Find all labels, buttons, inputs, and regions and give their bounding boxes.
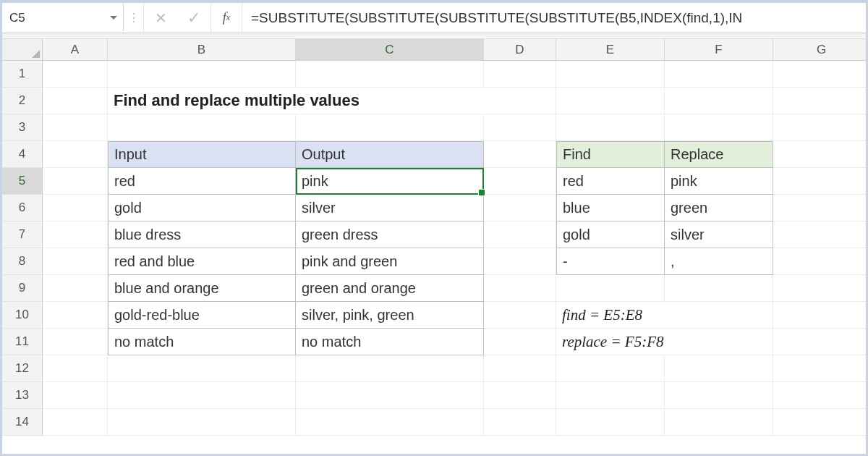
table-cell[interactable]: gold-red-blue <box>108 302 296 329</box>
col-header-g[interactable]: G <box>773 39 868 60</box>
cell[interactable] <box>484 114 556 141</box>
page-title[interactable]: Find and replace multiple values <box>108 88 556 114</box>
cell[interactable] <box>556 275 665 302</box>
cell[interactable] <box>665 61 773 88</box>
cell[interactable] <box>773 141 868 168</box>
select-all-corner[interactable] <box>2 39 43 60</box>
cell[interactable] <box>773 329 868 355</box>
cell[interactable] <box>43 329 108 355</box>
table-cell[interactable]: silver <box>665 221 773 248</box>
table-cell[interactable]: blue dress <box>108 221 296 248</box>
cell[interactable] <box>43 141 108 168</box>
cell[interactable] <box>556 355 665 382</box>
col-header-c[interactable]: C <box>296 39 484 60</box>
cell[interactable] <box>484 195 556 221</box>
table-cell[interactable]: green dress <box>296 221 484 248</box>
col-header-f[interactable]: F <box>665 39 773 60</box>
cell[interactable] <box>773 275 868 302</box>
row-header[interactable]: 1 <box>2 61 43 88</box>
table-cell[interactable]: red <box>108 168 296 195</box>
cell[interactable] <box>665 409 773 436</box>
cell[interactable] <box>556 409 665 436</box>
table-cell[interactable]: gold <box>556 221 665 248</box>
cell[interactable] <box>108 61 296 88</box>
cell[interactable] <box>556 114 665 141</box>
col-header-d[interactable]: D <box>484 39 556 60</box>
cell[interactable] <box>773 61 868 88</box>
cell[interactable] <box>484 302 556 329</box>
cell[interactable] <box>43 168 108 195</box>
cell[interactable] <box>665 88 773 114</box>
row-header[interactable]: 7 <box>2 221 43 248</box>
cell[interactable] <box>108 114 296 141</box>
table-cell[interactable]: gold <box>108 195 296 221</box>
cell[interactable] <box>556 61 665 88</box>
cell[interactable] <box>773 302 868 329</box>
table-cell[interactable]: pink <box>296 168 484 195</box>
cell[interactable] <box>296 61 484 88</box>
row-header[interactable]: 12 <box>2 355 43 382</box>
table-cell[interactable]: pink and green <box>296 248 484 275</box>
table-cell[interactable]: silver <box>296 195 484 221</box>
cell[interactable] <box>43 302 108 329</box>
cell[interactable] <box>773 168 868 195</box>
cell[interactable] <box>484 355 556 382</box>
row-header[interactable]: 13 <box>2 382 43 409</box>
row-header[interactable]: 10 <box>2 302 43 329</box>
cell[interactable] <box>484 168 556 195</box>
name-box[interactable]: C5 <box>2 3 124 33</box>
col-header-b[interactable]: B <box>108 39 296 60</box>
cell[interactable] <box>484 221 556 248</box>
cell[interactable] <box>773 221 868 248</box>
cell[interactable] <box>43 275 108 302</box>
cell[interactable] <box>773 88 868 114</box>
row-header[interactable]: 4 <box>2 141 43 168</box>
cell[interactable] <box>773 409 868 436</box>
cell[interactable] <box>43 88 108 114</box>
fx-icon[interactable]: fx <box>210 3 242 33</box>
cancel-icon[interactable]: ✕ <box>144 3 177 33</box>
cell[interactable] <box>484 382 556 409</box>
cell[interactable] <box>665 382 773 409</box>
cell[interactable] <box>43 409 108 436</box>
row-header[interactable]: 14 <box>2 409 43 436</box>
cell[interactable] <box>43 195 108 221</box>
table-header[interactable]: Input <box>108 141 296 168</box>
table-header[interactable]: Replace <box>665 141 773 168</box>
row-header[interactable]: 9 <box>2 275 43 302</box>
cell[interactable] <box>773 114 868 141</box>
cell[interactable] <box>296 382 484 409</box>
table-header[interactable]: Find <box>556 141 665 168</box>
row-header[interactable]: 3 <box>2 114 43 141</box>
table-cell[interactable]: green and orange <box>296 275 484 302</box>
cell[interactable] <box>43 248 108 275</box>
cell[interactable] <box>484 61 556 88</box>
table-cell[interactable]: blue <box>556 195 665 221</box>
note[interactable]: find = E5:E8 <box>556 302 773 329</box>
row-header[interactable]: 6 <box>2 195 43 221</box>
table-cell[interactable]: blue and orange <box>108 275 296 302</box>
cell[interactable] <box>484 248 556 275</box>
enter-check-icon[interactable]: ✓ <box>177 3 210 33</box>
table-cell[interactable]: red and blue <box>108 248 296 275</box>
table-cell[interactable]: green <box>665 195 773 221</box>
row-header[interactable]: 2 <box>2 88 43 114</box>
table-header[interactable]: Output <box>296 141 484 168</box>
cell[interactable] <box>43 114 108 141</box>
cell[interactable] <box>665 275 773 302</box>
cell[interactable] <box>484 329 556 355</box>
cell[interactable] <box>484 409 556 436</box>
table-cell[interactable]: - <box>556 248 665 275</box>
cell[interactable] <box>773 355 868 382</box>
formula-input[interactable]: =SUBSTITUTE(SUBSTITUTE(SUBSTITUTE(SUBSTI… <box>242 3 866 33</box>
cell[interactable] <box>108 355 296 382</box>
table-cell[interactable]: pink <box>665 168 773 195</box>
row-header[interactable]: 11 <box>2 329 43 355</box>
col-header-a[interactable]: A <box>43 39 108 60</box>
cell[interactable] <box>43 382 108 409</box>
table-cell[interactable]: no match <box>108 329 296 355</box>
row-header[interactable]: 5 <box>2 168 43 195</box>
cell[interactable] <box>484 275 556 302</box>
chevron-down-icon[interactable] <box>110 16 117 20</box>
col-header-e[interactable]: E <box>556 39 665 60</box>
